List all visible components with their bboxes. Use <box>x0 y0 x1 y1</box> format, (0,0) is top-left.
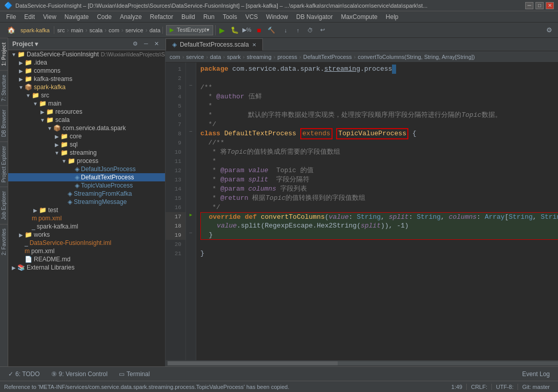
run-button[interactable]: ▶ <box>217 25 228 36</box>
tree-item-readme[interactable]: 📄 README.md <box>8 255 165 263</box>
cursor-position[interactable]: 1:49 <box>447 384 467 390</box>
breadcrumb-toolbar: src › main › scala › com › service › dat… <box>55 27 163 34</box>
menu-tools[interactable]: Tools <box>219 12 241 22</box>
menu-dbnavigator[interactable]: DB Navigator <box>292 12 337 22</box>
menu-view[interactable]: View <box>39 12 60 22</box>
version-control-tab[interactable]: ⑨ 9: Version Control <box>46 369 113 379</box>
scrollbar-thumb[interactable] <box>168 361 338 365</box>
structure-panel-tab[interactable]: 7: Structure <box>0 70 8 106</box>
tab-defaulttextprocess[interactable]: ◈ DefaultTextProcess.scala ✕ <box>166 38 263 51</box>
history-button[interactable]: ⏱ <box>305 25 316 36</box>
tree-item-defaultjsonprocess[interactable]: ◈ DefaultJsonProcess <box>8 165 165 173</box>
tree-item-pom-spark[interactable]: m pom.xml <box>8 214 165 222</box>
bc-class[interactable]: DefaultTextProcess <box>303 54 352 60</box>
tree-item-pom-main[interactable]: m pom.xml <box>8 247 165 255</box>
settings-button[interactable]: ⚙ <box>544 25 555 36</box>
tree-item-test[interactable]: ▶ 📁 test <box>8 206 165 214</box>
tree-root[interactable]: ▼ 📁 DataService-FusionInsight D:\Wuxian\… <box>8 50 165 58</box>
tree-item-core[interactable]: ▶ 📁 core <box>8 132 165 140</box>
commit-button[interactable]: ↑ <box>293 25 304 36</box>
menu-help[interactable]: Help <box>382 12 403 22</box>
folder-icon: 📁 <box>46 116 54 123</box>
stop-button[interactable]: ■ <box>254 25 265 36</box>
tree-item-src[interactable]: ▼ 📁 src <box>8 91 165 99</box>
menu-file[interactable]: File <box>2 12 20 22</box>
menu-edit[interactable]: Edit <box>20 12 39 22</box>
tree-item-process[interactable]: ▼ 📁 process <box>8 157 165 165</box>
terminal-tab[interactable]: ▭ Terminal <box>114 369 155 379</box>
ln-4: 4 <box>166 92 185 101</box>
sidebar-header: Project ▾ ⚙ ─ ✕ <box>8 38 165 50</box>
tree-item-idea[interactable]: ▶ 📁 .idea <box>8 58 165 67</box>
folder-icon: 📁 <box>39 207 47 214</box>
minimize-button[interactable]: ─ <box>525 2 533 9</box>
tree-item-main-iml[interactable]: _ DataService-FusionInsight.iml <box>8 239 165 247</box>
db-browser-tab[interactable]: DB Browser <box>0 105 8 141</box>
folder-icon: 📁 <box>60 141 68 148</box>
tree-item-streamingfromkafka[interactable]: ◈ StreamingFromKafka <box>8 190 165 198</box>
job-explorer-tab[interactable]: Job Explorer <box>0 187 8 224</box>
project-panel-tab[interactable]: 1: Project <box>0 38 8 70</box>
tree-item-external-libs[interactable]: ▶ 📚 External Libraries <box>8 263 165 272</box>
update-button[interactable]: ↓ <box>280 25 292 36</box>
tree-item-streaming[interactable]: ▼ 📁 streaming <box>8 149 165 157</box>
git-branch[interactable]: Git: master <box>518 384 554 390</box>
menu-code[interactable]: Code <box>93 12 116 22</box>
run-config-dropdown[interactable]: ▶ TestEncrypt▾ <box>166 25 213 35</box>
xml-file-icon: m <box>32 215 37 222</box>
tree-item-iml[interactable]: _ spark-kafka.iml <box>8 222 165 231</box>
menu-maxcompute[interactable]: MaxCompute <box>337 12 381 22</box>
bc-spark[interactable]: spark <box>227 54 241 60</box>
tree-item-scala[interactable]: ▼ 📁 scala <box>8 116 165 124</box>
tree-item-commons[interactable]: ▶ 📁 commons <box>8 67 165 75</box>
menu-build[interactable]: Build <box>177 12 199 22</box>
build-button[interactable]: 🔨 <box>266 25 277 36</box>
tree-item-works[interactable]: ▶ 📁 works <box>8 231 165 239</box>
revert-button[interactable]: ↩ <box>317 25 328 36</box>
sidebar-collapse-btn[interactable]: ─ <box>142 40 150 48</box>
todo-tab[interactable]: ✓ 6: TODO <box>3 369 45 379</box>
line-ending[interactable]: CRLF: <box>467 384 492 390</box>
tree-item-spark-kafka[interactable]: ▼ 📦 spark-kafka <box>8 83 165 91</box>
code-area[interactable]: package com.service.data.spark.streaming… <box>196 63 558 360</box>
item-name: test <box>48 207 58 214</box>
project-explorer-tab[interactable]: Project Explorer <box>0 141 8 187</box>
tree-item-sql[interactable]: ▶ 📁 sql <box>8 140 165 149</box>
menu-vcs[interactable]: VCS <box>241 12 262 22</box>
tree-item-resources[interactable]: ▶ 📁 resources <box>8 108 165 116</box>
sidebar-settings-btn[interactable]: ⚙ <box>131 40 140 48</box>
bc-process[interactable]: process <box>277 54 297 60</box>
gutter-18 <box>186 219 196 229</box>
h-scrollbar[interactable] <box>166 360 558 366</box>
tree-item-package[interactable]: ▼ 📦 com.service.data.spark <box>8 124 165 132</box>
coverage-button[interactable]: ▶% <box>241 25 253 36</box>
tree-item-kafka-streams[interactable]: ▶ 📁 kafka-streams <box>8 75 165 83</box>
event-log-tab[interactable]: Event Log <box>517 369 555 379</box>
sidebar-close-btn[interactable]: ✕ <box>152 40 161 48</box>
xml-file-icon: m <box>25 247 30 255</box>
gutter-19: − <box>186 229 196 238</box>
menu-run[interactable]: Run <box>199 12 219 22</box>
favorites-tab[interactable]: 2: Favorites <box>0 224 8 259</box>
sep1: › <box>67 27 69 34</box>
menu-refactor[interactable]: Refactor <box>146 12 177 22</box>
bc-com[interactable]: com <box>170 54 180 60</box>
bc-method[interactable]: convertToColumns(String, String, Array[S… <box>358 54 475 60</box>
tree-item-topicvalueprocess[interactable]: ◈ TopicValueProcess <box>8 181 165 190</box>
tree-item-main[interactable]: ▼ 📁 main <box>8 99 165 108</box>
maximize-button[interactable]: □ <box>535 2 544 9</box>
debug-button[interactable]: 🐛 <box>229 25 240 36</box>
close-button[interactable]: ✕ <box>546 2 554 9</box>
bc-data[interactable]: data <box>210 54 221 60</box>
editor-content[interactable]: 1 2 3 4 5 6 7 8 9 10 11 12 13 14 15 16 1 <box>166 63 558 360</box>
menu-navigate[interactable]: Navigate <box>60 12 93 22</box>
menu-analyze[interactable]: Analyze <box>116 12 146 22</box>
encoding[interactable]: UTF-8: <box>492 384 518 390</box>
bc-streaming[interactable]: streaming <box>247 54 272 60</box>
menu-window[interactable]: Window <box>262 12 292 22</box>
tree-item-defaulttextprocess[interactable]: ◈ DefaultTextProcess <box>8 173 165 181</box>
bc-service[interactable]: service <box>186 54 204 60</box>
vc-label: 9: Version Control <box>59 370 108 378</box>
tab-close-button[interactable]: ✕ <box>252 42 256 48</box>
tree-item-streamingmessage[interactable]: ◈ StreamingMessage <box>8 198 165 206</box>
